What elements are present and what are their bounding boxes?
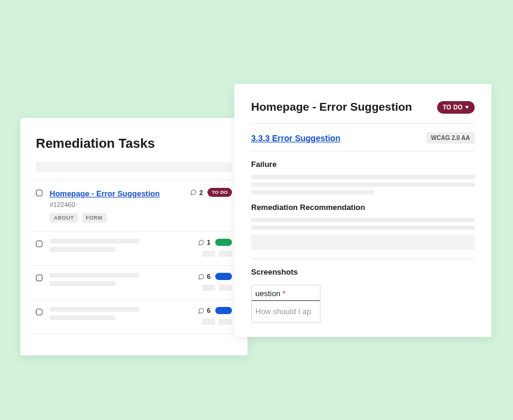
section-heading-failure: Failure xyxy=(251,160,475,169)
status-pill[interactable] xyxy=(215,239,232,246)
task-right: 1 xyxy=(198,239,232,257)
task-tags: ABOUT FORM xyxy=(50,213,183,223)
task-main xyxy=(50,273,191,290)
code-block-placeholder xyxy=(251,235,475,250)
task-checkbox[interactable] xyxy=(36,190,42,196)
comments-count[interactable]: 6 xyxy=(198,307,210,314)
status-dropdown[interactable]: TO DO xyxy=(437,101,475,114)
section-heading-remediation: Remediation Recommendation xyxy=(251,203,475,212)
comment-icon xyxy=(198,308,204,314)
filter-bar-placeholder xyxy=(36,162,232,172)
comment-icon xyxy=(190,189,197,196)
criterion-link[interactable]: 3.3.3 Error Suggestion xyxy=(251,133,340,143)
comments-count[interactable]: 2 xyxy=(190,189,203,196)
task-title-link[interactable]: Homepage - Error Suggestion xyxy=(50,189,160,198)
comment-icon xyxy=(198,239,204,246)
task-checkbox[interactable] xyxy=(36,241,42,247)
task-tag: FORM xyxy=(82,213,107,223)
status-pill[interactable] xyxy=(215,273,232,280)
divider xyxy=(251,258,475,259)
remediation-text-placeholder xyxy=(251,218,475,230)
task-tag: ABOUT xyxy=(50,213,78,223)
detail-title: Homepage - Error Suggestion xyxy=(251,101,412,114)
task-id: #122460 xyxy=(50,201,183,208)
detail-header: Homepage - Error Suggestion TO DO xyxy=(251,101,475,114)
status-pill[interactable] xyxy=(215,307,232,314)
task-right: 6 xyxy=(198,273,232,291)
comments-count[interactable]: 1 xyxy=(198,239,210,246)
task-main: Homepage - Error Suggestion #122460 ABOU… xyxy=(50,188,183,223)
screenshot-crop[interactable]: uestion * How should I ap xyxy=(251,285,320,322)
divider xyxy=(251,151,475,151)
wcag-badge: WCAG 2.0 AA xyxy=(426,132,475,144)
task-main xyxy=(50,307,191,324)
task-row[interactable]: 6 xyxy=(32,299,236,334)
chevron-down-icon xyxy=(465,106,469,109)
criterion-row: 3.3.3 Error Suggestion WCAG 2.0 AA xyxy=(251,124,475,151)
panel-title: Remediation Tasks xyxy=(36,136,232,151)
failure-text-placeholder xyxy=(251,175,475,194)
task-checkbox[interactable] xyxy=(36,275,42,281)
screenshot-field-value: How should I ap xyxy=(252,301,320,322)
task-main xyxy=(50,239,191,255)
task-row[interactable]: Homepage - Error Suggestion #122460 ABOU… xyxy=(32,180,236,231)
remediation-tasks-panel: Remediation Tasks Homepage - Error Sugge… xyxy=(20,118,248,355)
task-checkbox[interactable] xyxy=(36,309,42,315)
task-right: 2 TO DO xyxy=(190,188,232,197)
task-detail-panel: Homepage - Error Suggestion TO DO 3.3.3 … xyxy=(234,84,491,337)
task-row[interactable]: 1 xyxy=(32,231,236,265)
status-pill[interactable]: TO DO xyxy=(207,188,232,197)
screenshot-field-label: uestion * xyxy=(252,285,320,301)
comment-icon xyxy=(198,273,204,280)
task-row[interactable]: 6 xyxy=(32,265,236,299)
task-right: 6 xyxy=(198,307,232,325)
section-heading-screenshots: Screenshots xyxy=(251,267,475,276)
comments-count[interactable]: 6 xyxy=(198,273,210,280)
